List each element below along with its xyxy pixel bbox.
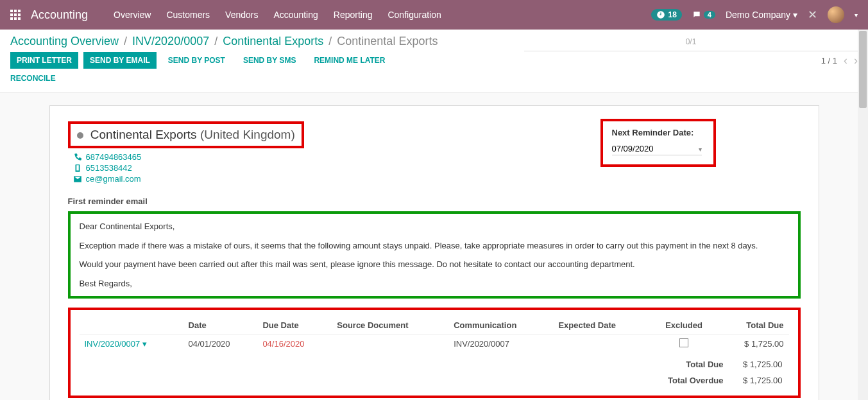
email-signoff: Best Regards, xyxy=(80,277,789,290)
invoice-link[interactable]: INV/2020/0007 ▾ xyxy=(85,339,147,349)
pager-text: 1 / 1 xyxy=(821,56,837,65)
activity-count: 18 xyxy=(668,10,676,19)
search-count: 0/1 xyxy=(686,37,697,46)
col-source: Source Document xyxy=(332,317,448,335)
reminder-date-input[interactable] xyxy=(612,143,702,155)
user-avatar[interactable] xyxy=(828,6,844,23)
cell-source xyxy=(332,335,448,354)
nav-reporting[interactable]: Reporting xyxy=(334,10,373,20)
nav-configuration[interactable]: Configuration xyxy=(387,10,441,20)
messages-badge[interactable]: 4 xyxy=(692,10,715,19)
dropdown-caret-icon[interactable]: ▾ xyxy=(699,146,702,153)
breadcrumb-item[interactable]: Accounting Overview xyxy=(10,35,119,48)
search-area: 0/1 xyxy=(524,35,858,51)
total-due-value: $ 1,725.00 xyxy=(730,357,788,372)
cell-expected xyxy=(553,335,650,354)
cell-due-date: 04/16/2020 xyxy=(257,335,332,354)
top-menu: Overview Customers Vendors Accounting Re… xyxy=(114,10,441,20)
table-header-row: Date Due Date Source Document Communicat… xyxy=(80,317,789,335)
caret-down-icon: ▾ xyxy=(793,10,797,20)
col-excluded: Excluded xyxy=(650,317,717,335)
email-link[interactable]: ce@gmail.com xyxy=(73,174,801,184)
print-letter-button[interactable]: PRINT LETTER xyxy=(10,52,78,69)
user-caret-icon: ▾ xyxy=(855,12,858,19)
reminder-date-box: Next Reminder Date: ▾ xyxy=(600,119,716,167)
app-brand[interactable]: Accounting xyxy=(31,8,88,22)
nav-customers[interactable]: Customers xyxy=(166,10,210,20)
cell-total-due: $ 1,725.00 xyxy=(718,335,789,354)
form-sheet: Continental Exports (United Kingdom) 687… xyxy=(49,105,819,400)
vertical-scrollbar[interactable] xyxy=(858,30,868,400)
status-dot-icon xyxy=(77,132,83,139)
col-expected: Expected Date xyxy=(553,317,650,335)
col-total-due: Total Due xyxy=(718,317,789,335)
send-sms-button[interactable]: SEND BY SMS xyxy=(237,52,302,69)
reminder-date-label: Next Reminder Date: xyxy=(612,128,704,137)
email-paragraph: Would your payment have been carried out… xyxy=(80,258,789,271)
breadcrumb-item[interactable]: INV/2020/0007 xyxy=(132,35,209,48)
col-communication: Communication xyxy=(448,317,553,335)
envelope-icon xyxy=(73,175,82,184)
reconcile-button[interactable]: RECONCILE xyxy=(10,70,62,87)
search-input[interactable]: 0/1 xyxy=(524,35,858,51)
apps-icon[interactable] xyxy=(10,10,21,20)
messages-count: 4 xyxy=(704,11,715,19)
col-due-date: Due Date xyxy=(257,317,332,335)
nav-vendors[interactable]: Vendors xyxy=(225,10,258,20)
col-date: Date xyxy=(183,317,258,335)
chat-icon xyxy=(692,10,701,19)
cell-communication: INV/2020/0007 xyxy=(448,335,553,354)
total-due-label: Total Due xyxy=(663,357,728,372)
excluded-checkbox[interactable] xyxy=(679,338,688,347)
customer-name: Continental Exports (United Kingdom) xyxy=(77,128,295,142)
totals-block: Total Due $ 1,725.00 Total Overdue $ 1,7… xyxy=(80,356,789,389)
form-sheet-bg: Continental Exports (United Kingdom) 687… xyxy=(0,92,868,400)
section-title: First reminder email xyxy=(68,196,801,206)
breadcrumb-current: Continental Exports xyxy=(337,35,438,48)
caret-down-icon: ▾ xyxy=(142,339,147,349)
remind-later-button[interactable]: REMIND ME LATER xyxy=(307,52,391,69)
email-paragraph: Exception made if there was a mistake of… xyxy=(80,239,789,252)
mobile-icon xyxy=(73,164,82,173)
close-icon[interactable]: ✕ xyxy=(808,8,817,22)
activity-badge[interactable]: 18 xyxy=(651,9,681,21)
company-switcher[interactable]: Demo Company ▾ xyxy=(726,10,797,20)
send-email-button[interactable]: SEND BY EMAIL xyxy=(83,52,157,69)
cell-date: 04/01/2020 xyxy=(183,335,258,354)
breadcrumb-item[interactable]: Continental Exports xyxy=(223,35,323,48)
invoice-table-box: Date Due Date Source Document Communicat… xyxy=(68,308,801,398)
scrollbar-thumb[interactable] xyxy=(859,31,867,108)
pager-prev-icon[interactable]: ‹ xyxy=(844,54,847,67)
total-overdue-label: Total Overdue xyxy=(663,373,728,388)
pager: 1 / 1 ‹ › xyxy=(821,54,858,67)
email-greeting: Dear Continental Exports, xyxy=(80,220,789,233)
control-panel: Accounting Overview / INV/2020/0007 / Co… xyxy=(0,30,868,92)
email-body-box: Dear Continental Exports, Exception made… xyxy=(68,211,801,299)
table-row: INV/2020/0007 ▾ 04/01/2020 04/16/2020 IN… xyxy=(80,335,789,354)
nav-accounting[interactable]: Accounting xyxy=(273,10,318,20)
top-navbar: Accounting Overview Customers Vendors Ac… xyxy=(0,0,868,30)
total-overdue-value: $ 1,725.00 xyxy=(730,373,788,388)
send-post-button[interactable]: SEND BY POST xyxy=(162,52,232,69)
nav-overview[interactable]: Overview xyxy=(114,10,151,20)
customer-heading-box: Continental Exports (United Kingdom) xyxy=(68,121,304,148)
clock-icon xyxy=(656,10,665,19)
col-invoice xyxy=(80,317,183,335)
phone-icon xyxy=(73,153,82,162)
invoice-table: Date Due Date Source Document Communicat… xyxy=(80,317,789,353)
